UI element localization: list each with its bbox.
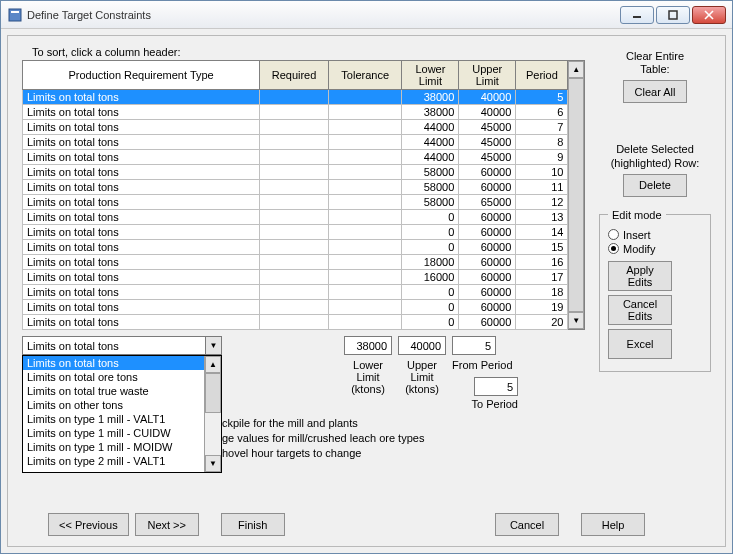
clear-all-button[interactable]: Clear All bbox=[623, 80, 687, 103]
table-cell[interactable]: Limits on total tons bbox=[23, 300, 260, 315]
col-prod-type[interactable]: Production Requirement Type bbox=[23, 61, 260, 90]
combo-dropdown-list[interactable]: Limits on total tonsLimits on total ore … bbox=[22, 355, 222, 473]
table-cell[interactable] bbox=[260, 225, 329, 240]
table-cell[interactable]: 14 bbox=[516, 225, 568, 240]
scroll-down-button[interactable]: ▼ bbox=[568, 312, 584, 329]
finish-button[interactable]: Finish bbox=[221, 513, 285, 536]
scroll-thumb[interactable] bbox=[568, 78, 584, 312]
close-button[interactable] bbox=[692, 6, 726, 24]
col-required[interactable]: Required bbox=[260, 61, 329, 90]
table-cell[interactable]: Limits on total tons bbox=[23, 90, 260, 105]
table-cell[interactable] bbox=[328, 105, 402, 120]
table-cell[interactable]: 5 bbox=[516, 90, 568, 105]
table-cell[interactable]: Limits on total tons bbox=[23, 270, 260, 285]
col-lower-limit[interactable]: Lower Limit bbox=[402, 61, 459, 90]
combo-option[interactable]: Limits on other tons bbox=[23, 398, 221, 412]
table-cell[interactable]: Limits on total tons bbox=[23, 240, 260, 255]
table-row[interactable]: Limits on total tons44000450009 bbox=[23, 150, 568, 165]
table-cell[interactable] bbox=[260, 90, 329, 105]
table-cell[interactable]: 10 bbox=[516, 165, 568, 180]
table-cell[interactable]: 38000 bbox=[402, 105, 459, 120]
table-row[interactable]: Limits on total tons580006000011 bbox=[23, 180, 568, 195]
table-row[interactable]: Limits on total tons580006000010 bbox=[23, 165, 568, 180]
table-cell[interactable] bbox=[260, 285, 329, 300]
table-cell[interactable]: 60000 bbox=[459, 225, 516, 240]
table-cell[interactable] bbox=[328, 210, 402, 225]
table-cell[interactable]: 44000 bbox=[402, 120, 459, 135]
table-cell[interactable] bbox=[328, 90, 402, 105]
table-cell[interactable]: 18000 bbox=[402, 255, 459, 270]
minimize-button[interactable] bbox=[620, 6, 654, 24]
table-cell[interactable] bbox=[328, 150, 402, 165]
previous-button[interactable]: << Previous bbox=[48, 513, 129, 536]
table-cell[interactable] bbox=[328, 225, 402, 240]
table-cell[interactable]: 6 bbox=[516, 105, 568, 120]
table-cell[interactable]: 58000 bbox=[402, 180, 459, 195]
table-cell[interactable] bbox=[328, 180, 402, 195]
table-row[interactable]: Limits on total tons06000015 bbox=[23, 240, 568, 255]
table-row[interactable]: Limits on total tons160006000017 bbox=[23, 270, 568, 285]
table-cell[interactable] bbox=[260, 180, 329, 195]
table-cell[interactable] bbox=[328, 270, 402, 285]
table-row[interactable]: Limits on total tons180006000016 bbox=[23, 255, 568, 270]
combo-option[interactable]: Limits on total tons bbox=[23, 356, 221, 370]
table-cell[interactable]: 60000 bbox=[459, 270, 516, 285]
table-cell[interactable] bbox=[260, 135, 329, 150]
table-cell[interactable] bbox=[260, 255, 329, 270]
table-cell[interactable]: Limits on total tons bbox=[23, 150, 260, 165]
table-cell[interactable] bbox=[260, 165, 329, 180]
table-cell[interactable]: 9 bbox=[516, 150, 568, 165]
insert-radio[interactable]: Insert bbox=[608, 229, 702, 241]
table-cell[interactable]: 60000 bbox=[459, 255, 516, 270]
combo-scrollbar[interactable]: ▲ ▼ bbox=[204, 356, 221, 472]
table-cell[interactable] bbox=[260, 150, 329, 165]
table-cell[interactable]: 60000 bbox=[459, 180, 516, 195]
table-row[interactable]: Limits on total tons06000013 bbox=[23, 210, 568, 225]
table-row[interactable]: Limits on total tons06000019 bbox=[23, 300, 568, 315]
table-cell[interactable]: 16 bbox=[516, 255, 568, 270]
excel-button[interactable]: Excel bbox=[608, 329, 672, 359]
combo-option[interactable]: Limits on total true waste bbox=[23, 384, 221, 398]
table-cell[interactable]: 58000 bbox=[402, 195, 459, 210]
chevron-down-icon[interactable]: ▼ bbox=[205, 337, 221, 354]
table-cell[interactable] bbox=[260, 195, 329, 210]
table-cell[interactable]: 60000 bbox=[459, 285, 516, 300]
combo-option[interactable]: Limits on total ore tons bbox=[23, 370, 221, 384]
lower-limit-input[interactable]: 38000 bbox=[344, 336, 392, 355]
table-cell[interactable]: 0 bbox=[402, 225, 459, 240]
cancel-edits-button[interactable]: Cancel Edits bbox=[608, 295, 672, 325]
table-cell[interactable] bbox=[260, 270, 329, 285]
table-cell[interactable] bbox=[260, 120, 329, 135]
table-cell[interactable]: 65000 bbox=[459, 195, 516, 210]
table-cell[interactable] bbox=[328, 120, 402, 135]
table-cell[interactable]: 0 bbox=[402, 240, 459, 255]
table-cell[interactable]: 12 bbox=[516, 195, 568, 210]
table-cell[interactable]: 44000 bbox=[402, 150, 459, 165]
table-row[interactable]: Limits on total tons580006500012 bbox=[23, 195, 568, 210]
table-cell[interactable]: 60000 bbox=[459, 165, 516, 180]
table-row[interactable]: Limits on total tons44000450008 bbox=[23, 135, 568, 150]
table-cell[interactable] bbox=[260, 210, 329, 225]
table-cell[interactable]: 0 bbox=[402, 210, 459, 225]
table-cell[interactable]: 13 bbox=[516, 210, 568, 225]
cancel-button[interactable]: Cancel bbox=[495, 513, 559, 536]
from-period-input[interactable]: 5 bbox=[452, 336, 496, 355]
table-cell[interactable]: 15 bbox=[516, 240, 568, 255]
scroll-up-button[interactable]: ▲ bbox=[568, 61, 584, 78]
upper-limit-input[interactable]: 40000 bbox=[398, 336, 446, 355]
requirement-type-combo[interactable]: Limits on total tons ▼ Limits on total t… bbox=[22, 336, 222, 355]
combo-scroll-down[interactable]: ▼ bbox=[205, 455, 221, 472]
table-row[interactable]: Limits on total tons06000020 bbox=[23, 315, 568, 330]
table-cell[interactable]: 60000 bbox=[459, 315, 516, 330]
table-cell[interactable]: 20 bbox=[516, 315, 568, 330]
table-cell[interactable]: 40000 bbox=[459, 105, 516, 120]
table-cell[interactable]: 0 bbox=[402, 315, 459, 330]
table-cell[interactable]: Limits on total tons bbox=[23, 180, 260, 195]
table-cell[interactable]: 60000 bbox=[459, 210, 516, 225]
table-cell[interactable]: Limits on total tons bbox=[23, 225, 260, 240]
delete-button[interactable]: Delete bbox=[623, 174, 687, 197]
table-scrollbar[interactable]: ▲ ▼ bbox=[568, 60, 585, 330]
col-upper-limit[interactable]: Upper Limit bbox=[459, 61, 516, 90]
combo-option[interactable]: Limits on type 1 mill - CUIDW bbox=[23, 426, 221, 440]
maximize-button[interactable] bbox=[656, 6, 690, 24]
